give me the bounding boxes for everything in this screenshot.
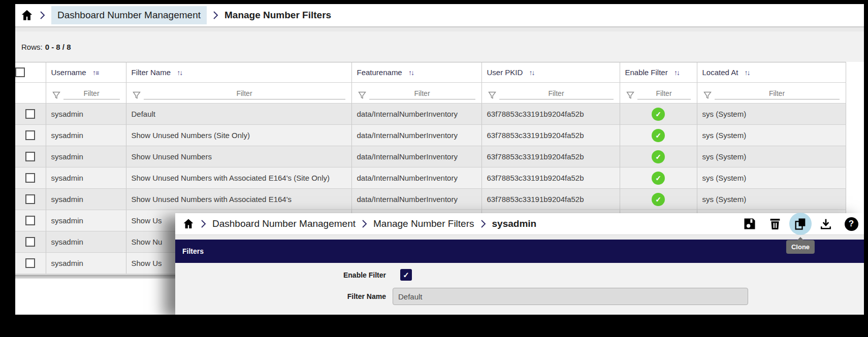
table-row: sysadmin Show Unused Numbers with Associ…: [15, 189, 846, 210]
enable-filter-label: Enable Filter: [175, 271, 386, 279]
table-row: sysadmin Default data/InternalNumberInve…: [15, 104, 846, 125]
sort-both-icon[interactable]: ↑↓: [745, 69, 750, 77]
cell-username: sysadmin: [46, 104, 126, 125]
username-filter-input[interactable]: Filter: [63, 89, 120, 99]
cell-user-pkid: 63f78853c33191b9204fa52b: [481, 189, 620, 210]
cell-enable-filter: ✓: [620, 146, 697, 167]
filter-cell-filter-name: Filter: [126, 83, 351, 104]
column-header-enable-filter[interactable]: Enable Filter ↑↓: [620, 62, 697, 83]
cell-filter-name[interactable]: Show Unused Numbers with Associated E164…: [126, 167, 351, 189]
filter-name-row: Filter Name Default: [175, 288, 864, 305]
cell-featurename: data/InternalNumberInventory: [351, 189, 481, 210]
cell-enable-filter: ✓: [620, 167, 697, 189]
sort-both-icon[interactable]: ↑↓: [177, 69, 182, 77]
cell-username: sysadmin: [46, 210, 126, 231]
clone-tooltip: Clone: [786, 240, 815, 254]
located-at-filter-input[interactable]: Filter: [715, 89, 840, 99]
row-checkbox[interactable]: [25, 216, 35, 225]
column-header-username[interactable]: Username ↑≡: [46, 62, 126, 83]
filter-empty-cell: [15, 83, 46, 104]
enable-filter-row: Enable Filter ✓: [175, 269, 864, 281]
filter-enabled-check-icon: ✓: [652, 172, 665, 185]
help-button[interactable]: ?: [840, 213, 862, 235]
column-filter-row: Filter Filter Filter Filter Filter: [15, 83, 846, 104]
row-checkbox[interactable]: [25, 194, 35, 204]
column-header-located-at[interactable]: Located At ↑↓: [697, 62, 846, 83]
filter-enabled-check-icon: ✓: [652, 129, 665, 142]
row-checkbox[interactable]: [25, 152, 35, 161]
sort-ascending-icon[interactable]: ↑≡: [92, 69, 99, 77]
cell-user-pkid: 63f78853c33191b9204fa52b: [481, 104, 620, 125]
sort-both-icon[interactable]: ↑↓: [529, 69, 534, 77]
delete-button[interactable]: [764, 213, 786, 235]
cell-username: sysadmin: [46, 231, 126, 253]
cell-featurename: data/InternalNumberInventory: [351, 104, 481, 125]
cell-located-at: sys (System): [697, 146, 846, 167]
filter-detail-panel: Dashboard Number Management Manage Numbe…: [175, 213, 864, 315]
row-checkbox-cell: [15, 210, 46, 231]
funnel-icon: [488, 91, 496, 99]
breadcrumb-item-dashboard-number-management[interactable]: Dashboard Number Management: [51, 6, 207, 24]
table-row: sysadmin Show Unused Numbers (Site Only)…: [15, 125, 846, 146]
sort-both-icon[interactable]: ↑↓: [408, 69, 413, 77]
rows-label: Rows:: [21, 43, 43, 51]
help-icon: ?: [845, 217, 858, 231]
filter-cell-user-pkid: Filter: [481, 83, 620, 104]
select-all-checkbox-cell: [15, 62, 46, 83]
cell-username: sysadmin: [46, 167, 126, 189]
download-button[interactable]: [815, 213, 837, 235]
screenshot-stage: Dashboard Number Management Manage Numbe…: [0, 0, 868, 337]
cell-user-pkid: 63f78853c33191b9204fa52b: [481, 146, 620, 167]
row-checkbox-cell: [15, 253, 46, 274]
chevron-right-icon: [40, 11, 45, 20]
cell-located-at: sys (System): [697, 167, 846, 189]
cell-located-at: sys (System): [697, 125, 846, 146]
cell-filter-name[interactable]: Show Unused Numbers: [126, 146, 351, 167]
column-header-featurename[interactable]: Featurename ↑↓: [351, 62, 481, 83]
row-checkbox[interactable]: [25, 258, 35, 268]
enable-filter-checkbox[interactable]: ✓: [400, 269, 412, 281]
row-checkbox[interactable]: [25, 130, 35, 140]
row-checkbox-cell: [15, 167, 46, 189]
cell-username: sysadmin: [46, 146, 126, 167]
cell-enable-filter: ✓: [620, 125, 697, 146]
chevron-right-icon: [480, 219, 486, 228]
filter-name-filter-input[interactable]: Filter: [144, 89, 345, 99]
sort-both-icon[interactable]: ↑↓: [674, 69, 679, 77]
cell-enable-filter: ✓: [620, 189, 697, 210]
filter-cell-enable-filter: Filter: [620, 83, 697, 104]
save-icon: [743, 217, 757, 231]
column-header-user-pkid[interactable]: User PKID ↑↓: [481, 62, 620, 83]
row-checkbox[interactable]: [25, 237, 35, 247]
filter-enabled-check-icon: ✓: [652, 108, 665, 121]
featurename-filter-input[interactable]: Filter: [369, 89, 475, 99]
column-header-filter-name[interactable]: Filter Name ↑↓: [126, 62, 351, 83]
funnel-icon: [358, 91, 366, 99]
home-icon[interactable]: [20, 9, 34, 22]
row-checkbox[interactable]: [25, 173, 35, 183]
cell-filter-name[interactable]: Default: [126, 104, 351, 125]
enable-filter-filter-input[interactable]: Filter: [637, 89, 691, 99]
chevron-right-icon: [213, 11, 218, 20]
select-all-checkbox[interactable]: [15, 68, 25, 77]
cell-filter-name[interactable]: Show Unused Numbers (Site Only): [126, 125, 351, 146]
table-header-row: Username ↑≡ Filter Name ↑↓ Featurename ↑…: [15, 62, 846, 83]
home-icon[interactable]: [182, 218, 195, 230]
filter-name-input[interactable]: Default: [393, 288, 748, 305]
cell-enable-filter: ✓: [620, 104, 697, 125]
funnel-icon: [52, 91, 60, 99]
clone-button[interactable]: [789, 213, 812, 235]
cell-located-at: sys (System): [697, 189, 846, 210]
cell-filter-name[interactable]: Show Unused Numbers with Associated E164…: [126, 189, 351, 210]
user-pkid-filter-input[interactable]: Filter: [499, 89, 614, 99]
panel-header-bar: Dashboard Number Management Manage Numbe…: [175, 213, 864, 234]
funnel-icon: [626, 91, 634, 99]
cell-located-at: sys (System): [697, 104, 846, 125]
table-row: sysadmin Show Unused Numbers data/Intern…: [15, 146, 846, 167]
row-checkbox[interactable]: [25, 109, 35, 119]
filter-cell-username: Filter: [46, 83, 126, 104]
panel-breadcrumb-item-manage-number-filters[interactable]: Manage Number Filters: [373, 218, 474, 229]
panel-breadcrumb-item-dashboard-number-management[interactable]: Dashboard Number Management: [212, 218, 356, 229]
save-button[interactable]: [738, 213, 761, 235]
row-checkbox-cell: [15, 104, 46, 125]
